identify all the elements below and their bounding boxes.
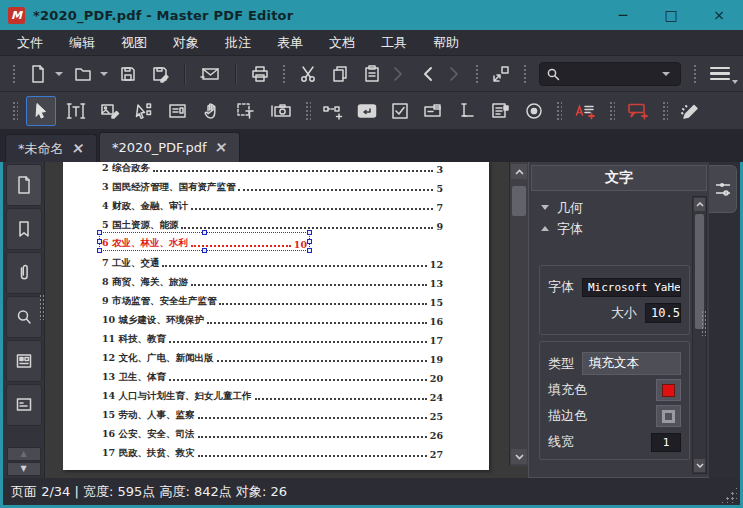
select-area-tool-button[interactable] xyxy=(232,98,260,124)
minimize-button[interactable]: ─ xyxy=(599,0,647,30)
toolbar-grip[interactable] xyxy=(555,100,562,122)
main-menu-button[interactable] xyxy=(707,63,733,85)
toc-row[interactable]: 5 国土资源、能源9 xyxy=(102,213,443,232)
open-button[interactable] xyxy=(70,61,96,87)
email-button[interactable] xyxy=(196,61,224,87)
menu-help[interactable]: 帮助 xyxy=(420,30,472,55)
edit-forms-tool-button[interactable] xyxy=(164,98,192,124)
scroll-thumb[interactable] xyxy=(512,186,526,216)
sidebar-splitter[interactable] xyxy=(39,294,44,320)
toolbar-grip[interactable] xyxy=(11,100,18,122)
new-document-dropdown[interactable] xyxy=(55,72,63,76)
sidebar-scroll-up-button[interactable]: ▲ xyxy=(7,447,41,461)
panel-scroll-up-button[interactable] xyxy=(694,198,705,211)
tab-close-icon[interactable]: × xyxy=(70,141,85,156)
selection-handle[interactable] xyxy=(202,248,207,253)
save-as-button[interactable] xyxy=(147,61,173,87)
selected-text-object[interactable]: 6 农业、林业、水利10 xyxy=(99,232,310,251)
menu-document[interactable]: 文档 xyxy=(316,30,368,55)
text-type-dropdown[interactable]: 填充文本 xyxy=(582,352,681,375)
sidebar-scroll-down-button[interactable]: ▼ xyxy=(7,462,41,476)
checkbox-tool-button[interactable] xyxy=(387,98,413,124)
search-dropdown[interactable] xyxy=(662,72,670,76)
toolbar-grip[interactable] xyxy=(11,63,17,85)
toolbar-grip[interactable] xyxy=(692,63,698,85)
copy-button[interactable] xyxy=(327,61,353,87)
combobox-tool-button[interactable] xyxy=(419,98,447,124)
toc-row[interactable]: 12 文化、广电、新闻出版19 xyxy=(102,346,443,365)
toolbar-grip[interactable] xyxy=(474,63,480,85)
sidebar-attachments-button[interactable] xyxy=(6,252,42,294)
menu-edit[interactable]: 编辑 xyxy=(56,30,108,55)
sidebar-bookmarks-button[interactable] xyxy=(6,208,42,250)
toc-row[interactable]: 7 工业、交通12 xyxy=(102,251,443,270)
tab-2020-pdf[interactable]: *2020_PDF.pdf × xyxy=(99,132,240,162)
radio-button-tool-button[interactable] xyxy=(521,98,547,124)
menu-forms[interactable]: 表单 xyxy=(264,30,316,55)
sidebar-form-fields-button[interactable] xyxy=(6,340,42,382)
window-resize-grip[interactable] xyxy=(720,486,737,503)
edit-image-tool-button[interactable] xyxy=(96,98,124,124)
search-box[interactable] xyxy=(539,62,681,86)
hand-tool-button[interactable] xyxy=(198,98,226,124)
menu-object[interactable]: 对象 xyxy=(160,30,212,55)
list-box-tool-button[interactable] xyxy=(487,98,515,124)
open-dropdown[interactable] xyxy=(100,72,108,76)
selection-handle[interactable] xyxy=(97,230,102,235)
section-geometry[interactable]: 几何 xyxy=(531,197,707,218)
sidebar-pages-button[interactable] xyxy=(6,164,42,206)
scroll-down-button[interactable] xyxy=(511,449,527,464)
fit-page-button[interactable] xyxy=(488,61,514,87)
search-input[interactable] xyxy=(560,67,661,81)
selection-handle[interactable] xyxy=(202,230,207,235)
highlight-text-tool-button[interactable] xyxy=(570,98,600,124)
selection-handle[interactable] xyxy=(97,248,102,253)
toc-row[interactable]: 4 财政、金融、审计7 xyxy=(102,194,443,213)
toc-row[interactable]: 18 xyxy=(102,460,443,470)
snapshot-tool-button[interactable] xyxy=(266,98,296,124)
selection-handle[interactable] xyxy=(307,248,312,253)
tab-close-icon[interactable]: × xyxy=(214,140,229,155)
note-tool-button[interactable] xyxy=(353,98,381,124)
text-field-tool-button[interactable] xyxy=(453,98,481,124)
select-tool-button[interactable] xyxy=(26,96,56,126)
fill-color-button[interactable] xyxy=(656,379,681,401)
sidebar-search-button[interactable] xyxy=(6,296,42,338)
toc-row[interactable]: 17 民政、扶贫、救灾27 xyxy=(102,441,443,460)
cut-button[interactable] xyxy=(295,61,321,87)
toc-row[interactable]: 10 城乡建设、环境保护16 xyxy=(102,308,443,327)
object-properties-tab[interactable] xyxy=(709,165,737,213)
stroke-color-button[interactable] xyxy=(656,405,681,427)
edit-text-tool-button[interactable] xyxy=(62,98,90,124)
toolbar-grip[interactable] xyxy=(281,63,287,85)
selection-handle[interactable] xyxy=(307,239,312,244)
toc-row[interactable]: 11 科技、教育17 xyxy=(102,327,443,346)
toolbar-grip[interactable] xyxy=(304,100,311,122)
document-scrollbar[interactable] xyxy=(509,162,528,466)
menu-tools[interactable]: 工具 xyxy=(368,30,420,55)
selection-handle[interactable] xyxy=(307,230,312,235)
line-width-field[interactable]: 1 xyxy=(651,433,681,452)
toc-row[interactable]: 13 卫生、体育20 xyxy=(102,365,443,384)
toc-row[interactable]: 14 人口与计划生育、妇女儿童工作24 xyxy=(102,384,443,403)
toc-row[interactable]: 15 劳动、人事、监察25 xyxy=(102,403,443,422)
panel-scroll-down-button[interactable] xyxy=(694,459,705,472)
toc-row[interactable]: 3 国民经济管理、国有资产监管5 xyxy=(102,175,443,194)
section-font[interactable]: 字体 xyxy=(531,218,707,239)
new-document-button[interactable] xyxy=(25,61,51,87)
toolbar-grip[interactable] xyxy=(661,100,668,122)
toolbar-grip[interactable] xyxy=(522,63,528,85)
back-button[interactable] xyxy=(416,61,438,87)
selection-handle[interactable] xyxy=(97,239,102,244)
close-button[interactable]: × xyxy=(695,0,743,30)
menu-view[interactable]: 视图 xyxy=(108,30,160,55)
link-tool-button[interactable] xyxy=(319,98,347,124)
font-name-field[interactable]: Microsoft YaHei xyxy=(582,278,681,297)
menu-file[interactable]: 文件 xyxy=(4,30,56,55)
sidebar-comments-button[interactable] xyxy=(6,384,42,426)
print-button[interactable] xyxy=(247,61,273,87)
toc-row[interactable]: 8 商贸、海关、旅游13 xyxy=(102,270,443,289)
callout-tool-button[interactable] xyxy=(623,98,653,124)
tab-untitled[interactable]: *未命名 × xyxy=(5,134,97,162)
toc-row[interactable]: 9 市场监管、安全生产监管15 xyxy=(102,289,443,308)
